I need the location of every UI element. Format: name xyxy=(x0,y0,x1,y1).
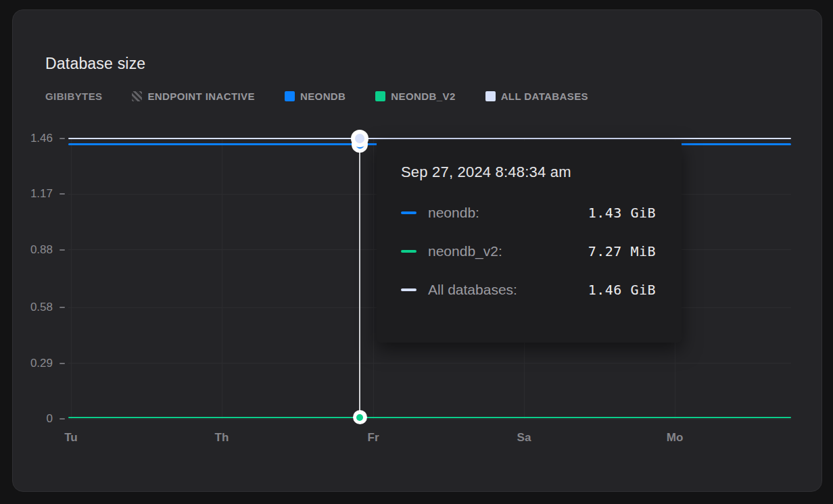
tooltip-series-value: 1.46 GiB xyxy=(588,282,656,298)
tooltip-series-label: neondb: xyxy=(428,205,479,221)
legend-item-all-databases[interactable]: ALL DATABASES xyxy=(485,91,588,102)
data-point-marker-all-databases xyxy=(351,130,368,147)
series-dash-icon xyxy=(401,288,416,291)
x-axis-tick-label: Mo xyxy=(654,431,695,445)
gridline-horizontal xyxy=(68,419,791,420)
gridline-vertical xyxy=(222,138,222,419)
x-axis-tick-label: Th xyxy=(201,431,242,445)
x-axis-tick-label: Tu xyxy=(51,431,91,445)
color-swatch-icon xyxy=(485,91,496,101)
legend-unit-label: GIBIBYTES xyxy=(45,91,102,102)
y-axis-tick-label: 0 xyxy=(18,412,53,426)
y-axis-tick-label: 1.17 xyxy=(18,187,53,201)
legend-item-neondb-v2[interactable]: NEONDB_V2 xyxy=(375,91,455,102)
data-point-marker-fill xyxy=(355,134,364,143)
color-swatch-icon xyxy=(285,91,295,101)
series-line-all-databases xyxy=(68,138,791,139)
series-dash-icon xyxy=(401,250,416,253)
data-point-marker-fill xyxy=(356,414,363,421)
gridline-horizontal xyxy=(68,363,791,363)
hatch-swatch-icon xyxy=(132,91,142,101)
y-axis-tick xyxy=(60,418,65,420)
database-size-card: Database size GIBIBYTES ENDPOINT INACTIV… xyxy=(12,9,822,492)
tooltip-series-value: 7.27 MiB xyxy=(588,243,656,259)
y-axis-tick-label: 0.29 xyxy=(18,357,53,370)
legend-item-label: ENDPOINT INACTIVE xyxy=(147,91,254,102)
y-axis-tick xyxy=(60,363,65,364)
y-axis-tick xyxy=(60,307,65,308)
x-axis-tick-label: Fr xyxy=(353,431,394,445)
tooltip-row: All databases:1.46 GiB xyxy=(401,282,656,298)
legend-item-label: NEONDB_V2 xyxy=(391,91,455,102)
color-swatch-icon xyxy=(375,91,385,101)
y-axis-tick-label: 0.88 xyxy=(18,243,53,257)
y-axis-tick xyxy=(60,249,65,251)
crosshair-line xyxy=(359,138,360,418)
tooltip-row: neondb_v2:7.27 MiB xyxy=(401,243,656,259)
gridline-vertical xyxy=(373,138,374,419)
data-point-marker-neondb-v2 xyxy=(353,410,367,424)
tooltip-series-label: neondb_v2: xyxy=(428,243,502,259)
x-axis-tick-label: Sa xyxy=(504,431,544,445)
page: Database size GIBIBYTES ENDPOINT INACTIV… xyxy=(0,0,833,504)
y-axis-tick-label: 1.46 xyxy=(18,132,53,145)
legend-item-label: NEONDB xyxy=(300,91,346,102)
tooltip-row: neondb:1.43 GiB xyxy=(401,205,656,221)
chart-tooltip: Sep 27, 2024 8:48:34 am neondb:1.43 GiBn… xyxy=(377,141,682,343)
legend-item-endpoint-inactive[interactable]: ENDPOINT INACTIVE xyxy=(132,91,254,102)
legend-item-neondb[interactable]: NEONDB xyxy=(285,91,346,102)
tooltip-timestamp: Sep 27, 2024 8:48:34 am xyxy=(401,163,656,181)
series-dash-icon xyxy=(401,211,416,214)
y-axis-tick xyxy=(60,138,65,139)
gridline-vertical xyxy=(71,138,72,419)
y-axis-tick xyxy=(60,193,65,195)
series-line-neondb-v2 xyxy=(68,417,791,419)
y-axis-tick-label: 0.58 xyxy=(18,301,53,314)
chart-legend: GIBIBYTES ENDPOINT INACTIVENEONDBNEONDB_… xyxy=(45,91,588,102)
tooltip-series-label: All databases: xyxy=(428,282,517,298)
legend-item-label: ALL DATABASES xyxy=(501,91,588,102)
chart-title: Database size xyxy=(45,55,145,73)
tooltip-series-value: 1.43 GiB xyxy=(588,205,656,221)
